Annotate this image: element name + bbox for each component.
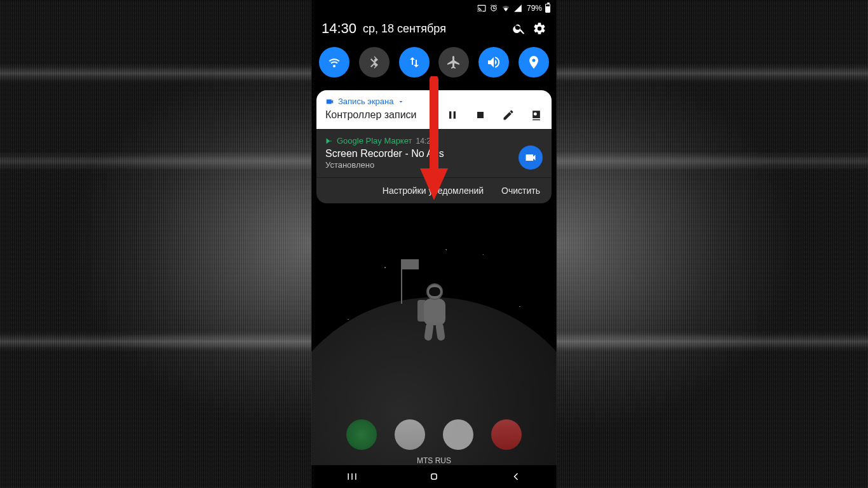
data-arrows-icon: [407, 55, 422, 70]
app-badge-icon[interactable]: [519, 146, 543, 170]
edit-pencil-icon[interactable]: [502, 109, 515, 121]
notification-settings-button[interactable]: Настройки уведомлений: [383, 186, 484, 196]
location-pin-icon: [526, 55, 541, 70]
nav-home-icon[interactable]: [428, 470, 440, 483]
wallpaper-astronaut: [415, 285, 453, 342]
stop-icon[interactable]: [474, 109, 487, 121]
static-noise-left: [0, 0, 311, 488]
battery-percentage: 79%: [527, 4, 542, 13]
volume-icon: [486, 55, 501, 70]
stage: 79% 14:30 ср, 18 сентября: [0, 0, 868, 488]
wifi-icon: [327, 55, 342, 70]
cellular-signal-icon: [513, 4, 522, 13]
gear-icon[interactable]: [532, 22, 546, 36]
notification-subtitle: Установлено: [325, 160, 519, 170]
battery-icon: [545, 4, 550, 13]
nav-back-icon[interactable]: [510, 470, 522, 483]
airplane-icon: [446, 55, 461, 70]
status-bar: 79%: [311, 0, 557, 17]
dock-app-messages[interactable]: [395, 419, 425, 450]
notification-shade-header: 14:30 ср, 18 сентября: [311, 17, 557, 41]
header-date: ср, 18 сентября: [363, 22, 446, 36]
quick-toggle-mobile-data[interactable]: [399, 47, 430, 78]
static-noise-right: [557, 0, 868, 488]
notification-title: Контроллер записи: [325, 109, 446, 121]
quick-toggle-bluetooth[interactable]: [359, 47, 390, 78]
quick-toggle-airplane[interactable]: [438, 47, 469, 78]
notification-footer: Настройки уведомлений Очистить: [316, 177, 552, 203]
dock-app-camera[interactable]: [491, 419, 522, 450]
front-camera-icon[interactable]: [530, 109, 543, 121]
quick-toggle-sound[interactable]: [478, 47, 509, 78]
navigation-bar: [311, 465, 557, 488]
quick-toggle-wifi[interactable]: [319, 47, 349, 78]
clock-time: 14:30: [322, 20, 356, 37]
wifi-signal-icon: [501, 4, 510, 13]
videocam-icon: [325, 97, 334, 106]
carrier-label: MTS RUS: [311, 456, 557, 465]
notification-play-store-installed[interactable]: Google Play Маркет 14:28 Screen Recorder…: [316, 129, 552, 177]
play-store-icon: [325, 137, 333, 145]
notification-app-label: Google Play Маркет: [337, 136, 412, 146]
svg-rect-0: [431, 474, 437, 479]
nav-recents-icon[interactable]: [346, 470, 358, 483]
bluetooth-icon: [367, 55, 382, 70]
recorder-actions: [446, 106, 543, 121]
notification-title: Screen Recorder - No Ads: [325, 148, 519, 159]
notification-time: 14:28: [416, 137, 435, 146]
home-dock: [311, 419, 557, 450]
cast-icon: [477, 4, 486, 13]
clear-all-button[interactable]: Очистить: [501, 186, 540, 196]
notification-header: Запись экрана: [325, 97, 543, 106]
notification-app-label: Запись экрана: [338, 97, 393, 106]
dock-app-phone[interactable]: [346, 419, 377, 450]
notification-header: Google Play Маркет 14:28: [325, 136, 543, 146]
alarm-icon: [489, 4, 498, 13]
search-icon[interactable]: [512, 22, 526, 36]
notification-stack: Запись экрана Контроллер записи: [316, 90, 552, 203]
quick-toggle-location[interactable]: [519, 47, 549, 78]
chevron-down-icon[interactable]: [397, 98, 405, 105]
notification-screen-recorder-controller[interactable]: Запись экрана Контроллер записи: [316, 90, 552, 129]
videocam-icon: [524, 151, 537, 164]
phone-screen: 79% 14:30 ср, 18 сентября: [311, 0, 557, 488]
dock-app-chrome[interactable]: [443, 419, 473, 450]
quick-settings-row: [311, 41, 557, 90]
pause-icon[interactable]: [446, 109, 459, 121]
